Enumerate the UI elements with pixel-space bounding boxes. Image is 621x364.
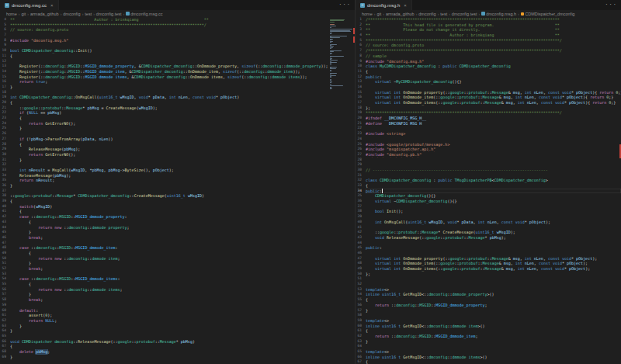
line-number[interactable]: 63: [356, 339, 366, 345]
code-line[interactable]: 18: [0, 90, 328, 95]
line-number[interactable]: 23: [356, 131, 366, 137]
code-line[interactable]: 46 break;: [0, 235, 328, 241]
code-line[interactable]: 21#define __DMCONFIG_MSG_H__: [356, 121, 621, 127]
code-line[interactable]: 7: [0, 33, 328, 38]
line-number[interactable]: 60: [356, 324, 366, 329]
code-line[interactable]: 57 }: [0, 292, 328, 297]
line-number[interactable]: 64: [356, 344, 366, 349]
code-line[interactable]: 23#include <string>: [356, 131, 621, 137]
line-number[interactable]: 7: [356, 48, 366, 54]
code-line[interactable]: 49 virtual int OnDmmode_items(::google::…: [356, 266, 621, 272]
code-line[interactable]: 22: [356, 126, 621, 131]
code-line[interactable]: 40 int OnMsgCall(uint16_t wMsgID, void* …: [356, 220, 621, 225]
code-line[interactable]: 18};: [356, 106, 621, 111]
code-line[interactable]: 50 return new ::dmconfig::dmmode_item;: [0, 256, 328, 262]
line-number[interactable]: 54: [0, 276, 10, 282]
line-number[interactable]: 45: [356, 245, 366, 251]
code-line[interactable]: 60 default:: [0, 308, 328, 314]
code-line[interactable]: 58 break;: [0, 297, 328, 303]
line-number[interactable]: 44: [356, 241, 366, 246]
line-number[interactable]: 9: [356, 59, 366, 64]
line-number[interactable]: 31: [0, 158, 10, 163]
line-number[interactable]: 37: [356, 204, 366, 210]
code-line[interactable]: 63}: [356, 339, 621, 345]
code-line[interactable]: 68 delete pbMsg;: [0, 349, 328, 355]
code-line[interactable]: 47 virtual int OnDmmode_property(::googl…: [356, 256, 621, 262]
code-line[interactable]: 69}: [0, 355, 328, 360]
line-number[interactable]: 36: [356, 199, 366, 204]
code-line[interactable]: 46: [356, 251, 621, 256]
code-line[interactable]: 33{: [356, 183, 621, 189]
code-line[interactable]: 9: [0, 43, 328, 48]
code-line[interactable]: 35 CDMDispatcher_dmconfig(){}: [356, 193, 621, 199]
line-number[interactable]: 54: [356, 292, 366, 297]
line-number[interactable]: 50: [0, 256, 10, 262]
code-line[interactable]: 7/**************************************…: [356, 48, 621, 54]
line-number[interactable]: 60: [0, 308, 10, 314]
breadcrumb-item[interactable]: git: [376, 12, 381, 16]
code-line[interactable]: 56 return ::dmconfig::MSGID::MSGID_dmmod…: [356, 303, 621, 308]
minimap[interactable]: [328, 17, 355, 364]
breadcrumb-item[interactable]: home: [6, 12, 17, 16]
line-number[interactable]: 10: [356, 64, 366, 69]
code-line[interactable]: 38 bool Init();: [356, 209, 621, 214]
code-line[interactable]: 61 assert(0);: [0, 313, 328, 318]
code-line[interactable]: 16 return true;: [0, 79, 328, 85]
code-line[interactable]: 58: [356, 313, 621, 318]
code-line[interactable]: 53template<>: [356, 287, 621, 293]
code-line[interactable]: 47: [0, 241, 328, 246]
code-line[interactable]: 32class CDMDispatcher_dmconfig : public …: [356, 178, 621, 183]
code-line[interactable]: 33 int nResult = MsgCall(wMsgID, *pbMsg,…: [0, 168, 328, 173]
line-number[interactable]: 11: [356, 69, 366, 75]
line-number[interactable]: 27: [356, 152, 366, 158]
line-number[interactable]: 49: [0, 251, 10, 256]
code-editor-left[interactable]: 4** Author : brinkqiang **5*************…: [0, 17, 355, 364]
line-number[interactable]: 15: [356, 90, 366, 95]
line-number[interactable]: 25: [356, 142, 366, 147]
line-number[interactable]: 69: [0, 355, 10, 360]
line-number[interactable]: 15: [0, 75, 10, 80]
code-line[interactable]: 65: [0, 334, 328, 339]
line-number[interactable]: 48: [0, 245, 10, 251]
breadcrumb-item[interactable]: armada_github: [386, 12, 415, 16]
code-line[interactable]: 44: [356, 241, 621, 246]
code-line[interactable]: 32: [0, 162, 328, 168]
line-number[interactable]: 31: [356, 173, 366, 179]
line-number[interactable]: 33: [0, 168, 10, 173]
breadcrumb-item[interactable]: dmconfig.test: [96, 12, 122, 16]
code-line[interactable]: 43 void ReleaseMessage(::google::protobu…: [356, 235, 621, 241]
code-line[interactable]: 6// source: dmconfig.proto: [356, 43, 621, 48]
code-line[interactable]: 39{: [0, 199, 328, 204]
line-number[interactable]: 67: [0, 344, 10, 349]
code-line[interactable]: 56 return new ::dmconfig::dmmode_items;: [0, 287, 328, 293]
breadcrumb-item[interactable]: dmconfig: [63, 12, 80, 16]
code-line[interactable]: 67{: [0, 344, 328, 349]
line-number[interactable]: 38: [356, 209, 366, 214]
line-number[interactable]: 32: [356, 178, 366, 183]
code-line[interactable]: 35 return nResult;: [0, 178, 328, 183]
code-line[interactable]: 21 ::google::protobuf::Message* pbMsg = …: [0, 106, 328, 111]
line-number[interactable]: 14: [356, 85, 366, 90]
line-number[interactable]: 41: [356, 225, 366, 231]
line-number[interactable]: 41: [0, 209, 10, 214]
line-number[interactable]: 56: [0, 287, 10, 293]
line-number[interactable]: 66: [0, 339, 10, 345]
line-number[interactable]: 11: [0, 54, 10, 59]
line-number[interactable]: 59: [0, 303, 10, 308]
code-line[interactable]: 4** Author : brinkqiang **: [0, 17, 328, 23]
line-number[interactable]: 16: [356, 95, 366, 100]
line-number[interactable]: 52: [0, 266, 10, 272]
line-number[interactable]: 7: [0, 33, 10, 38]
code-line[interactable]: 54 case ::dmconfig::MSGID::MSGID_dmmode_…: [0, 276, 328, 282]
code-line[interactable]: 15 virtual int OnDmmode_property(::googl…: [356, 90, 621, 95]
line-number[interactable]: 33: [356, 183, 366, 189]
line-number[interactable]: 40: [0, 204, 10, 210]
code-line[interactable]: 59: [0, 303, 328, 308]
code-line[interactable]: 51: [356, 276, 621, 282]
code-line[interactable]: 9#include "dmconfig.msg.h": [356, 59, 621, 64]
line-number[interactable]: 38: [0, 193, 10, 199]
code-line[interactable]: 52: [356, 282, 621, 287]
line-number[interactable]: 9: [0, 43, 10, 48]
line-number[interactable]: 29: [0, 147, 10, 152]
line-number[interactable]: 24: [356, 137, 366, 142]
